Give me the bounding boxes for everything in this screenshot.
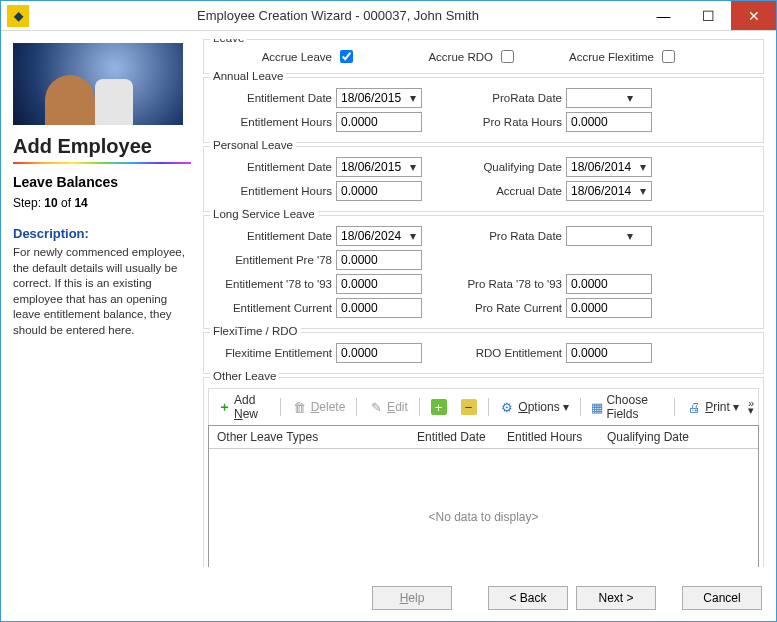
plus-icon: + <box>431 399 447 415</box>
options-button[interactable]: ⚙Options▾ <box>494 397 573 417</box>
annual-entitlement-hours[interactable] <box>336 112 422 132</box>
chevron-down-icon[interactable]: ▾ <box>609 229 651 243</box>
help-button[interactable]: Help <box>372 586 452 610</box>
divider <box>13 162 191 164</box>
choose-fields-button[interactable]: ▦Choose Fields <box>586 391 668 423</box>
chevron-down-icon[interactable]: ▾ <box>405 160 421 174</box>
description-heading: Description: <box>13 226 191 241</box>
chevron-down-icon[interactable]: ▾ <box>635 160 651 174</box>
chevron-down-icon[interactable]: ▾ <box>609 91 651 105</box>
panel-heading: Add Employee <box>13 135 191 158</box>
wizard-window: ◆ Employee Creation Wizard - 000037, Joh… <box>0 0 777 622</box>
description-body: For newly commenced employee, the defaul… <box>13 245 191 338</box>
lsl-prorate-current[interactable] <box>566 298 652 318</box>
chevron-down-icon: ▾ <box>733 400 739 414</box>
print-icon: 🖨 <box>686 399 702 415</box>
flexi-rdo-group: FlexiTime / RDO Flexitime Entitlement RD… <box>203 332 764 374</box>
delete-button[interactable]: 🗑Delete <box>287 397 351 417</box>
columns-icon: ▦ <box>591 399 603 415</box>
maximize-button[interactable]: ☐ <box>686 1 731 30</box>
edit-button[interactable]: ✎Edit <box>363 397 413 417</box>
other-leave-toolbar: ＋Add New 🗑Delete ✎Edit + − ⚙Options▾ ▦Ch… <box>208 388 759 425</box>
toolbar-overflow[interactable]: »▾ <box>748 400 754 414</box>
personal-leave-group: Personal Leave Entitlement Date 18/06/20… <box>203 146 764 212</box>
delete-icon: 🗑 <box>292 399 308 415</box>
personal-qualifying-date[interactable]: 18/06/2014▾ <box>566 157 652 177</box>
annual-leave-group: Annual Leave Entitlement Date 18/06/2015… <box>203 77 764 143</box>
other-leave-table: Other Leave Types Entitled Date Entitled… <box>208 425 759 567</box>
minimize-button[interactable]: — <box>641 1 686 30</box>
annual-entitlement-date[interactable]: 18/06/2015▾ <box>336 88 422 108</box>
personal-entitlement-date[interactable]: 18/06/2015▾ <box>336 157 422 177</box>
lsl-prorata-date[interactable]: ▾ <box>566 226 652 246</box>
flexi-entitlement[interactable] <box>336 343 422 363</box>
plus-button[interactable]: + <box>426 397 452 417</box>
personal-accrual-date[interactable]: 18/06/2014▾ <box>566 181 652 201</box>
lsl-78-93[interactable] <box>336 274 422 294</box>
window-title: Employee Creation Wizard - 000037, John … <box>35 8 641 23</box>
app-icon: ◆ <box>7 5 29 27</box>
step-indicator: Step: 10 of 14 <box>13 196 191 210</box>
personal-entitlement-hours[interactable] <box>336 181 422 201</box>
chevron-down-icon[interactable]: ▾ <box>405 229 421 243</box>
edit-icon: ✎ <box>368 399 384 415</box>
minus-icon: − <box>461 399 477 415</box>
close-button[interactable]: ✕ <box>731 1 776 30</box>
cancel-button[interactable]: Cancel <box>682 586 762 610</box>
content-area: Add Employee Leave Balances Step: 10 of … <box>1 31 776 575</box>
annual-prorata-hours[interactable] <box>566 112 652 132</box>
wizard-image <box>13 43 183 125</box>
chevron-down-icon[interactable]: ▾ <box>635 184 651 198</box>
minus-button[interactable]: − <box>456 397 482 417</box>
lsl-prorata-78-93[interactable] <box>566 274 652 294</box>
lsl-entitlement-date[interactable]: 18/06/2024▾ <box>336 226 422 246</box>
accrue-rdo-label: Accrue RDO <box>393 51 493 63</box>
col-entitled-hours[interactable]: Entitled Hours <box>499 426 599 448</box>
lsl-current[interactable] <box>336 298 422 318</box>
chevron-down-icon: ▾ <box>563 400 569 414</box>
no-data-message: <No data to display> <box>209 449 758 567</box>
add-icon: ＋ <box>218 399 231 415</box>
lsl-group: Long Service Leave Entitlement Date 18/0… <box>203 215 764 329</box>
rdo-entitlement[interactable] <box>566 343 652 363</box>
other-leave-group: Other Leave ＋Add New 🗑Delete ✎Edit + − ⚙… <box>203 377 764 567</box>
accrue-leave-label: Accrue Leave <box>212 51 332 63</box>
window-buttons: — ☐ ✕ <box>641 1 776 30</box>
col-qualifying-date[interactable]: Qualifying Date <box>599 426 758 448</box>
lsl-pre78[interactable] <box>336 250 422 270</box>
back-button[interactable]: < Back <box>488 586 568 610</box>
left-panel: Add Employee Leave Balances Step: 10 of … <box>9 39 199 567</box>
accrue-leave-checkbox[interactable] <box>340 50 353 63</box>
add-new-button[interactable]: ＋Add New <box>213 391 274 423</box>
annual-prorata-date[interactable]: ▾ <box>566 88 652 108</box>
col-types[interactable]: Other Leave Types <box>209 426 409 448</box>
accrue-flexi-label: Accrue Flexitime <box>554 51 654 63</box>
next-button[interactable]: Next > <box>576 586 656 610</box>
print-button[interactable]: 🖨Print▾ <box>681 397 744 417</box>
accrue-flexi-checkbox[interactable] <box>662 50 675 63</box>
right-panel: Leave Accrue Leave Accrue RDO Accrue Fle… <box>199 39 768 567</box>
col-entitled-date[interactable]: Entitled Date <box>409 426 499 448</box>
accrue-rdo-checkbox[interactable] <box>501 50 514 63</box>
gear-icon: ⚙ <box>499 399 515 415</box>
footer: Help < Back Next > Cancel <box>1 575 776 621</box>
leave-group: Leave Accrue Leave Accrue RDO Accrue Fle… <box>203 39 764 74</box>
panel-subtitle: Leave Balances <box>13 174 191 190</box>
titlebar: ◆ Employee Creation Wizard - 000037, Joh… <box>1 1 776 31</box>
chevron-down-icon[interactable]: ▾ <box>405 91 421 105</box>
